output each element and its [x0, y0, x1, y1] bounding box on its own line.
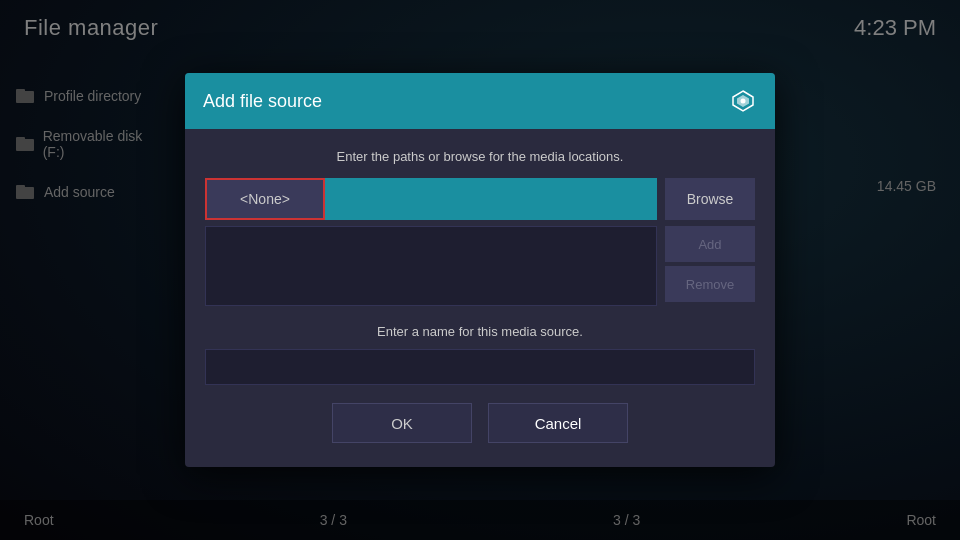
sources-area: Add Remove: [205, 226, 755, 306]
right-buttons: Add Remove: [665, 226, 755, 306]
source-input-area: <None>: [205, 178, 657, 220]
modal-overlay: Add file source Enter the paths or brows…: [0, 0, 960, 540]
modal-body: Enter the paths or browse for the media …: [185, 129, 775, 467]
add-file-source-dialog: Add file source Enter the paths or brows…: [185, 73, 775, 467]
none-button[interactable]: <None>: [205, 178, 325, 220]
remove-button[interactable]: Remove: [665, 266, 755, 302]
svg-point-2: [741, 99, 746, 104]
action-buttons: OK Cancel: [205, 403, 755, 443]
add-button[interactable]: Add: [665, 226, 755, 262]
browse-button[interactable]: Browse: [665, 178, 755, 220]
modal-header: Add file source: [185, 73, 775, 129]
source-row: <None> Browse: [205, 178, 755, 220]
kodi-icon: [729, 87, 757, 115]
sources-list: [205, 226, 657, 306]
ok-button[interactable]: OK: [332, 403, 472, 443]
cancel-button[interactable]: Cancel: [488, 403, 628, 443]
name-instruction: Enter a name for this media source.: [205, 324, 755, 339]
modal-title: Add file source: [203, 91, 322, 112]
kodi-logo-svg: [731, 89, 755, 113]
paths-instruction: Enter the paths or browse for the media …: [205, 149, 755, 164]
source-name-input[interactable]: [205, 349, 755, 385]
